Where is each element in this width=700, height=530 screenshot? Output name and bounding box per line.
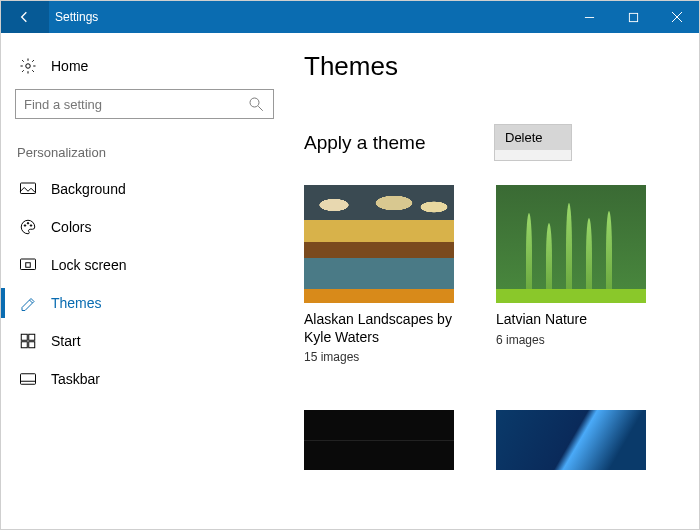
minimize-button[interactable] — [567, 1, 611, 33]
svg-rect-12 — [26, 263, 31, 268]
svg-rect-13 — [21, 334, 27, 340]
svg-rect-14 — [29, 334, 35, 340]
theme-tile[interactable]: Alaskan Landscapes by Kyle Waters 15 ima… — [304, 185, 454, 364]
sidebar-item-lockscreen[interactable]: Lock screen — [15, 246, 274, 284]
theme-thumbnail — [496, 185, 646, 303]
titlebar: Settings — [1, 1, 699, 33]
lockscreen-icon — [19, 256, 37, 274]
theme-count: 6 images — [496, 333, 646, 347]
svg-point-9 — [27, 223, 29, 225]
theme-tile[interactable]: Latvian Nature 6 images — [496, 185, 646, 364]
sidebar-item-label: Taskbar — [51, 371, 100, 387]
home-button[interactable]: Home — [15, 51, 274, 89]
sidebar-item-background[interactable]: Background — [15, 170, 274, 208]
svg-point-5 — [250, 98, 259, 107]
search-input[interactable]: Find a setting — [15, 89, 274, 119]
context-menu-delete[interactable]: Delete — [495, 125, 571, 150]
apply-heading: Apply a theme — [304, 132, 494, 154]
theme-thumbnail — [304, 185, 454, 303]
section-label: Personalization — [15, 145, 274, 160]
gear-icon — [19, 57, 37, 75]
sidebar: Home Find a setting Personalization Back… — [1, 33, 286, 529]
context-menu-separator — [495, 150, 571, 160]
svg-point-10 — [30, 225, 32, 227]
theme-count: 15 images — [304, 350, 454, 364]
svg-rect-17 — [21, 374, 36, 385]
search-placeholder: Find a setting — [24, 97, 247, 112]
theme-thumbnail[interactable] — [496, 410, 646, 470]
theme-accent-strip — [496, 289, 646, 303]
sidebar-item-label: Background — [51, 181, 126, 197]
theme-title: Alaskan Landscapes by Kyle Waters — [304, 311, 454, 346]
sidebar-item-label: Start — [51, 333, 81, 349]
svg-line-6 — [258, 106, 263, 111]
maximize-button[interactable] — [611, 1, 655, 33]
background-icon — [19, 180, 37, 198]
colors-icon — [19, 218, 37, 236]
theme-thumbnail[interactable] — [304, 410, 454, 470]
theme-accent-strip — [304, 289, 454, 303]
sidebar-item-label: Colors — [51, 219, 91, 235]
back-button[interactable] — [1, 1, 49, 33]
sidebar-item-label: Lock screen — [51, 257, 126, 273]
search-icon — [247, 95, 265, 113]
themes-icon — [19, 294, 37, 312]
sidebar-item-colors[interactable]: Colors — [15, 208, 274, 246]
svg-point-8 — [24, 225, 26, 227]
taskbar-icon — [19, 370, 37, 388]
svg-rect-1 — [629, 13, 637, 21]
svg-rect-16 — [29, 342, 35, 348]
theme-title: Latvian Nature — [496, 311, 646, 329]
close-button[interactable] — [655, 1, 699, 33]
start-icon — [19, 332, 37, 350]
page-title: Themes — [304, 51, 699, 82]
sidebar-item-label: Themes — [51, 295, 102, 311]
sidebar-item-start[interactable]: Start — [15, 322, 274, 360]
svg-rect-15 — [21, 342, 27, 348]
sidebar-item-taskbar[interactable]: Taskbar — [15, 360, 274, 398]
svg-rect-11 — [21, 259, 36, 270]
home-label: Home — [51, 58, 88, 74]
context-menu: Delete — [494, 124, 572, 161]
main-panel: Themes Apply a theme Delete Alaskan Land… — [286, 33, 699, 529]
app-title: Settings — [49, 10, 98, 24]
sidebar-item-themes[interactable]: Themes — [15, 284, 274, 322]
svg-point-4 — [26, 64, 31, 69]
